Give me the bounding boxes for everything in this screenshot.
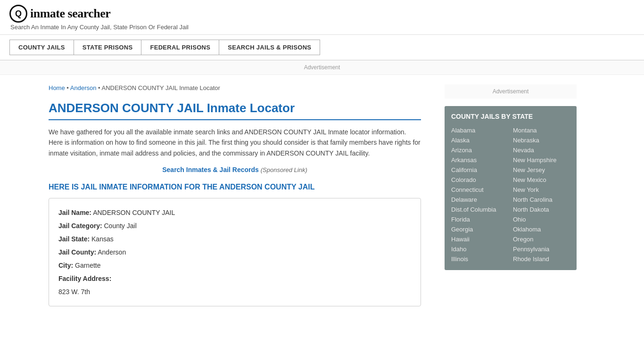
ad-sidebar: Advertisement — [445, 84, 577, 99]
page-title: ANDERSON COUNTY JAIL Inmate Locator — [49, 101, 421, 120]
state-prisons-btn[interactable]: STATE PRISONS — [74, 40, 141, 55]
jail-name-label: Jail Name: — [58, 209, 91, 216]
jail-county-row: Jail County: Anderson — [58, 246, 411, 259]
header: Q inmate searcher Search An Inmate In An… — [0, 0, 644, 35]
content: Home • Anderson • ANDERSON COUNTY JAIL I… — [49, 75, 435, 316]
jail-category-value: County Jail — [104, 222, 136, 230]
state-link[interactable]: Illinois — [451, 255, 508, 263]
jail-city-row: City: Garnette — [58, 259, 411, 272]
state-link[interactable]: New Mexico — [513, 175, 570, 184]
state-link[interactable]: Montana — [513, 126, 570, 135]
jail-info-box: Jail Name: ANDERSON COUNTY JAIL Jail Cat… — [49, 198, 421, 306]
sidebar: Advertisement COUNTY JAILS BY STATE Alab… — [435, 75, 577, 316]
search-link-area: Search Inmates & Jail Records (Sponsored… — [49, 166, 421, 173]
jail-name-row: Jail Name: ANDERSON COUNTY JAIL — [58, 206, 411, 219]
description: We have gathered for you all the availab… — [49, 127, 421, 158]
state-columns: AlabamaAlaskaArizonaArkansasCaliforniaCo… — [451, 126, 570, 263]
state-link[interactable]: Colorado — [451, 175, 508, 184]
jail-category-row: Jail Category: County Jail — [58, 219, 411, 232]
nav: COUNTY JAILS STATE PRISONS FEDERAL PRISO… — [0, 35, 644, 60]
logo-area: Q inmate searcher — [9, 5, 635, 23]
jail-category-label: Jail Category: — [58, 222, 102, 230]
state-link[interactable]: Nebraska — [513, 136, 570, 145]
info-heading: HERE IS JAIL INMATE INFORMATION FOR THE … — [49, 183, 421, 191]
jail-address-value: 823 W. 7th — [58, 288, 90, 296]
state-col-left: AlabamaAlaskaArizonaArkansasCaliforniaCo… — [451, 126, 508, 263]
state-link[interactable]: California — [451, 165, 508, 174]
breadcrumb-current: ANDERSON COUNTY JAIL Inmate Locator — [102, 84, 220, 91]
state-link[interactable]: Delaware — [451, 195, 508, 204]
state-link[interactable]: New Hampshire — [513, 156, 570, 165]
jail-county-value: Anderson — [98, 248, 126, 256]
state-link[interactable]: New York — [513, 185, 570, 194]
state-col-right: MontanaNebraskaNevadaNew HampshireNew Je… — [513, 126, 570, 263]
breadcrumb-home[interactable]: Home — [49, 84, 65, 91]
state-link[interactable]: Dist.of Columbia — [451, 205, 508, 214]
search-inmates-link[interactable]: Search Inmates & Jail Records — [162, 166, 259, 173]
state-link[interactable]: Arizona — [451, 146, 508, 155]
state-link[interactable]: Pennsylvania — [513, 245, 570, 254]
state-link[interactable]: North Carolina — [513, 195, 570, 204]
state-link[interactable]: New Jersey — [513, 165, 570, 174]
county-jails-btn[interactable]: COUNTY JAILS — [9, 40, 74, 55]
state-box: COUNTY JAILS BY STATE AlabamaAlaskaArizo… — [445, 106, 577, 270]
state-link[interactable]: Idaho — [451, 245, 508, 254]
state-link[interactable]: Alabama — [451, 126, 508, 135]
jail-name-value: ANDERSON COUNTY JAIL — [93, 209, 175, 216]
state-link[interactable]: Oregon — [513, 235, 570, 244]
jail-address-label: Facility Address: — [58, 275, 111, 282]
logo-text: inmate searcher — [30, 7, 110, 21]
state-link[interactable]: Hawaii — [451, 235, 508, 244]
state-link[interactable]: Arkansas — [451, 156, 508, 165]
search-jails-btn[interactable]: SEARCH JAILS & PRISONS — [219, 40, 320, 55]
ad-bar: Advertisement — [0, 60, 644, 75]
jail-county-label: Jail County: — [58, 248, 96, 256]
jail-state-row: Jail State: Kansas — [58, 232, 411, 246]
state-link[interactable]: Connecticut — [451, 185, 508, 194]
state-link[interactable]: Nevada — [513, 146, 570, 155]
sponsored-label: (Sponsored Link) — [261, 166, 307, 173]
state-link[interactable]: Oklahoma — [513, 225, 570, 234]
state-link[interactable]: Florida — [451, 215, 508, 224]
state-link[interactable]: Georgia — [451, 225, 508, 234]
jail-address-row: Facility Address: — [58, 272, 411, 285]
breadcrumb-sep1: • — [66, 84, 70, 91]
state-link[interactable]: North Dakota — [513, 205, 570, 214]
state-box-title: COUNTY JAILS BY STATE — [451, 113, 570, 120]
jail-city-value: Garnette — [75, 262, 100, 269]
tagline: Search An Inmate In Any County Jail, Sta… — [10, 24, 635, 31]
state-link[interactable]: Alaska — [451, 136, 508, 145]
jail-address-value-row: 823 W. 7th — [58, 285, 411, 298]
breadcrumb-sep2: • — [98, 84, 101, 91]
state-link[interactable]: Ohio — [513, 215, 570, 224]
logo-icon: Q — [9, 5, 27, 23]
breadcrumb: Home • Anderson • ANDERSON COUNTY JAIL I… — [49, 84, 421, 91]
federal-prisons-btn[interactable]: FEDERAL PRISONS — [141, 40, 219, 55]
jail-state-label: Jail State: — [58, 235, 90, 243]
breadcrumb-anderson[interactable]: Anderson — [70, 84, 97, 91]
nav-buttons: COUNTY JAILS STATE PRISONS FEDERAL PRISO… — [9, 40, 635, 55]
state-link[interactable]: Rhode Island — [513, 255, 570, 263]
jail-city-label: City: — [58, 262, 73, 269]
main: Home • Anderson • ANDERSON COUNTY JAIL I… — [39, 75, 605, 316]
jail-state-value: Kansas — [91, 235, 114, 243]
